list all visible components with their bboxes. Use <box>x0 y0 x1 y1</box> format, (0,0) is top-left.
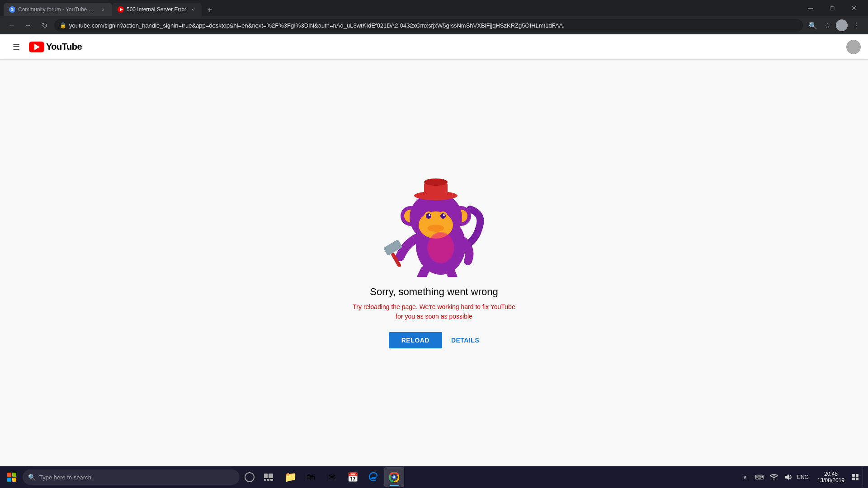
youtube-logo-icon <box>29 42 44 52</box>
tab1-favicon: G <box>9 6 15 13</box>
file-explorer-icon: 📁 <box>284 471 297 483</box>
chrome-title-bar: G Community forum - YouTube He... × 500 … <box>0 0 868 16</box>
youtube-logo-text: YouTube <box>46 42 82 52</box>
reload-button[interactable]: RELOAD <box>389 332 442 348</box>
wifi-icon <box>770 474 778 480</box>
tab-community-forum[interactable]: G Community forum - YouTube He... × <box>4 3 112 16</box>
svg-marker-0 <box>120 8 123 11</box>
start-button[interactable] <box>2 467 22 487</box>
chrome-app[interactable] <box>384 467 404 487</box>
store-app[interactable]: 🛍 <box>301 467 321 487</box>
minimize-btn[interactable]: ─ <box>800 0 821 16</box>
youtube-page: ☰ YouTube <box>0 34 868 466</box>
window-controls: ─ □ ✕ <box>800 0 864 16</box>
close-btn[interactable]: ✕ <box>844 0 864 16</box>
toolbar-icons: 🔍 ☆ ⋮ <box>807 19 863 32</box>
details-button[interactable]: DETAILS <box>451 337 479 344</box>
taskbar-apps: 📁 🛍 ✉ 📅 <box>280 467 404 487</box>
search-icon: 🔍 <box>28 474 36 481</box>
notification-center-btn[interactable] <box>849 471 862 483</box>
language-text: ENG <box>797 474 809 480</box>
url-bar[interactable]: 🔒 youtube.com/signin?action_handle_signi… <box>54 19 803 32</box>
language-selector[interactable]: ENG <box>797 471 809 483</box>
reload-nav-btn[interactable]: ↻ <box>38 19 51 32</box>
cortana-icon <box>245 472 255 482</box>
error-subtitle: Try reloading the page. We're working ha… <box>353 302 515 321</box>
network-icon[interactable] <box>768 471 780 483</box>
calendar-icon: 📅 <box>347 472 359 483</box>
error-content: Sorry, something went wrong Try reloadin… <box>353 60 515 466</box>
show-desktop-btn[interactable] <box>863 467 866 487</box>
svg-rect-26 <box>264 479 266 481</box>
edge-icon <box>368 472 378 482</box>
svg-marker-33 <box>785 474 789 480</box>
new-tab-btn[interactable]: + <box>203 4 216 16</box>
svg-rect-28 <box>270 479 273 481</box>
svg-rect-35 <box>856 474 859 477</box>
error-subtitle-line2: for you as soon as possible <box>396 313 472 320</box>
svg-point-12 <box>429 214 430 216</box>
bookmark-icon[interactable]: ☆ <box>821 19 834 32</box>
svg-point-32 <box>393 476 395 478</box>
profile-avatar <box>836 19 848 31</box>
svg-rect-25 <box>269 474 273 478</box>
mail-icon: ✉ <box>328 472 336 483</box>
keyboard-icon[interactable]: ⌨ <box>753 471 766 483</box>
svg-rect-37 <box>856 478 859 480</box>
svg-rect-27 <box>267 479 269 481</box>
windows-taskbar: 🔍 Type here to search 📁 🛍 ✉ 📅 <box>0 466 868 488</box>
tab1-close-btn[interactable]: × <box>99 6 107 13</box>
svg-rect-36 <box>852 478 855 480</box>
user-avatar[interactable] <box>846 40 861 54</box>
svg-point-17 <box>424 178 448 186</box>
system-tray: ∧ ⌨ ENG <box>735 471 813 483</box>
task-view-btn[interactable] <box>259 468 278 486</box>
extensions-icon[interactable]: ⋮ <box>850 19 863 32</box>
search-icon[interactable]: 🔍 <box>807 19 819 32</box>
tray-chevron[interactable]: ∧ <box>739 471 751 483</box>
tab2-favicon <box>118 6 124 13</box>
file-explorer-app[interactable]: 📁 <box>280 467 300 487</box>
taskbar-search[interactable]: 🔍 Type here to search <box>23 469 240 485</box>
edge-app[interactable] <box>363 467 383 487</box>
svg-point-10 <box>426 213 431 219</box>
svg-rect-24 <box>264 474 268 478</box>
tab-500-error[interactable]: 500 Internal Server Error × <box>112 3 202 16</box>
hamburger-icon: ☰ <box>13 42 20 52</box>
monkey-illustration <box>371 150 497 277</box>
volume-icon[interactable] <box>782 471 795 483</box>
profile-icon[interactable] <box>835 19 848 32</box>
forward-btn[interactable]: → <box>22 19 34 32</box>
youtube-logo[interactable]: YouTube <box>29 42 82 52</box>
chrome-icon <box>389 472 399 482</box>
clock-date: 13/08/2019 <box>817 477 844 483</box>
calendar-app[interactable]: 📅 <box>343 467 363 487</box>
clock-time: 20:48 <box>824 471 838 477</box>
back-btn[interactable]: ← <box>5 19 18 32</box>
lock-icon: 🔒 <box>60 22 66 28</box>
url-text: youtube.com/signin?action_handle_signin=… <box>69 22 797 29</box>
chevron-up-icon: ∧ <box>743 474 747 481</box>
svg-point-13 <box>443 214 445 216</box>
error-subtitle-line1: Try reloading the page. We're working ha… <box>353 303 515 310</box>
error-title: Sorry, something went wrong <box>370 286 498 298</box>
maximize-btn[interactable]: □ <box>822 0 843 16</box>
address-bar: ← → ↻ 🔒 youtube.com/signin?action_handle… <box>0 16 868 34</box>
mail-app[interactable]: ✉ <box>322 467 342 487</box>
menu-btn[interactable]: ☰ <box>7 38 25 56</box>
svg-rect-34 <box>852 474 855 477</box>
svg-point-11 <box>440 213 446 219</box>
speaker-icon <box>785 474 792 480</box>
notification-icon <box>852 474 859 481</box>
store-icon: 🛍 <box>307 472 316 483</box>
error-buttons: RELOAD DETAILS <box>389 332 479 348</box>
cortana-btn[interactable] <box>241 468 259 486</box>
taskbar-clock[interactable]: 20:48 13/08/2019 <box>814 471 848 483</box>
tab-bar: G Community forum - YouTube He... × 500 … <box>4 0 797 16</box>
youtube-header: ☰ YouTube <box>0 34 868 60</box>
search-placeholder: Type here to search <box>39 474 91 481</box>
tab2-close-btn[interactable]: × <box>189 6 196 13</box>
svg-point-21 <box>428 233 453 263</box>
svg-point-14 <box>428 225 444 232</box>
tab2-label: 500 Internal Server Error <box>127 6 186 13</box>
